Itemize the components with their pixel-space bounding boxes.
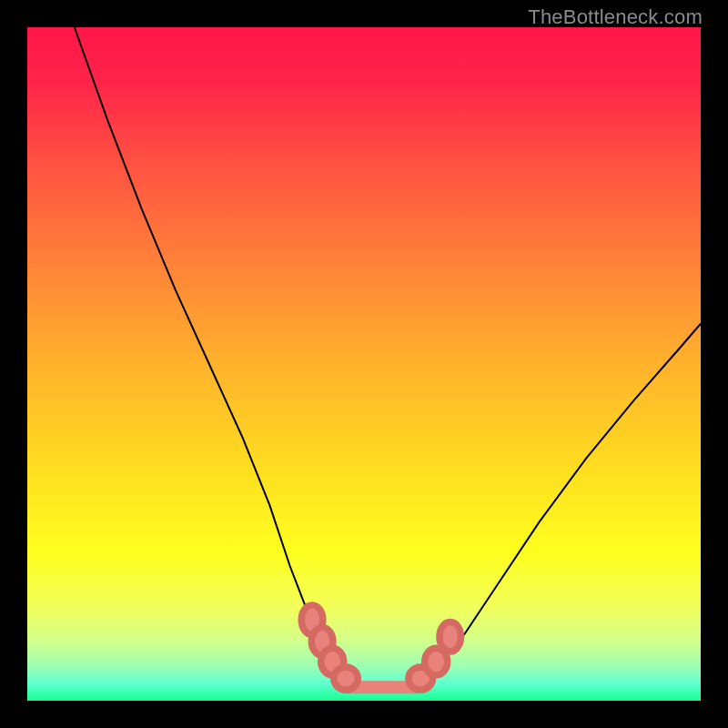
curve-right-branch bbox=[421, 324, 701, 681]
watermark-text: TheBottleneck.com bbox=[528, 5, 703, 29]
data-marker bbox=[334, 667, 359, 690]
outer-frame: TheBottleneck.com bbox=[0, 0, 728, 728]
data-marker bbox=[440, 622, 461, 652]
curve-left-branch bbox=[75, 27, 340, 681]
plot-area bbox=[27, 27, 701, 701]
curve-layer bbox=[27, 27, 701, 701]
